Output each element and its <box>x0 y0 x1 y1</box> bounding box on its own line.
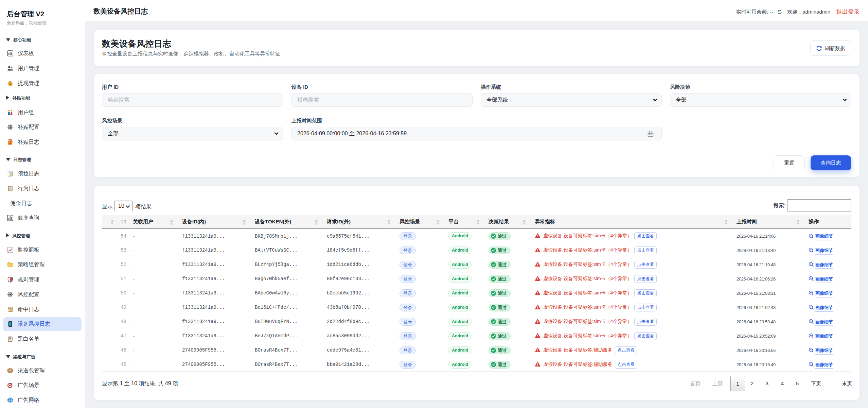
svg-text:$: $ <box>10 82 11 85</box>
